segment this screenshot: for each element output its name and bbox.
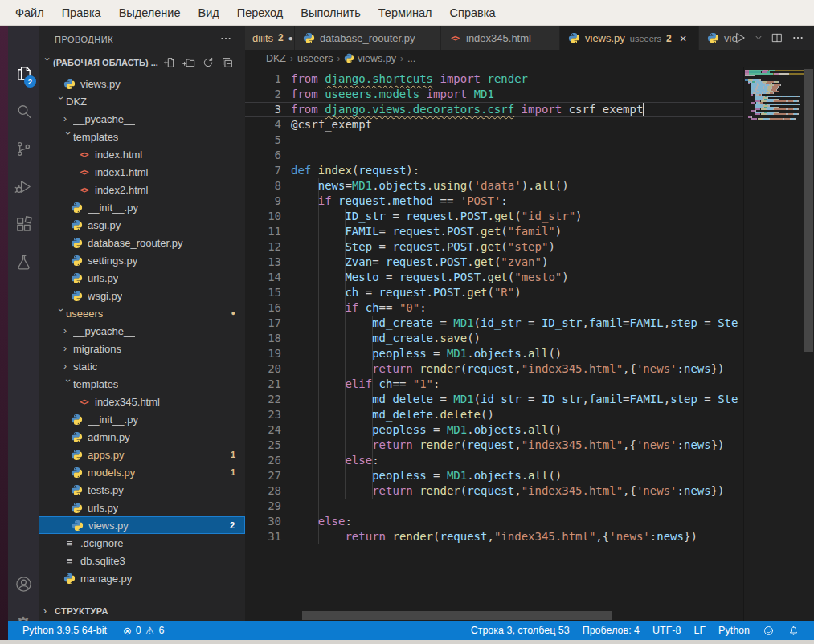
tab-diiits[interactable]: diiits2●: [245, 26, 295, 50]
tree-item-manage.py[interactable]: manage.py: [39, 569, 245, 587]
run-debug-icon[interactable]: [8, 168, 39, 205]
code-line[interactable]: def index(request):: [291, 163, 738, 178]
cursor-position-status[interactable]: Строка 3, столбец 53: [464, 625, 576, 636]
line-number[interactable]: 2: [245, 87, 281, 102]
tree-item-DKZ[interactable]: ›DKZ: [39, 92, 245, 110]
code-line[interactable]: md_create = MD1(id_str = ID_str,famil=FA…: [291, 316, 738, 331]
code-line[interactable]: from useeers.models import MD1: [291, 87, 738, 102]
tree-item-__init__.py[interactable]: __init__.py: [39, 198, 245, 216]
tree-item-index.html[interactable]: <>index.html: [39, 145, 245, 163]
code-line[interactable]: if request.method == 'POST':: [291, 194, 738, 209]
tree-item-tests.py[interactable]: tests.py: [39, 481, 245, 499]
line-number[interactable]: 16: [245, 300, 281, 316]
code-line[interactable]: from django.views.decorators.csrf import…: [291, 102, 738, 117]
explorer-icon[interactable]: 2: [8, 55, 39, 92]
code-line[interactable]: return render(request,"index345.html",{'…: [291, 529, 738, 544]
account-icon[interactable]: [8, 565, 39, 602]
tree-item-asgi.py[interactable]: asgi.py: [39, 216, 245, 234]
breadcrumb-item[interactable]: ...: [407, 53, 415, 64]
line-number[interactable]: 20: [245, 361, 281, 377]
tree-item-views.py[interactable]: views.py: [39, 75, 245, 92]
vertical-scrollbar[interactable]: [804, 69, 813, 352]
tree-item-settings.py[interactable]: settings.py: [39, 251, 245, 269]
line-number[interactable]: 29: [245, 499, 281, 514]
more-actions-button[interactable]: [792, 31, 804, 44]
tab-database_roouter.py[interactable]: database_roouter.py: [295, 26, 441, 50]
code-line[interactable]: ch = request.POST.get("R"): [291, 285, 738, 300]
code-line[interactable]: md_delete.delete(): [291, 407, 738, 422]
indentation-status[interactable]: Пробелов: 4: [576, 625, 646, 636]
tree-item-views.py[interactable]: views.py2: [39, 516, 245, 534]
menu-Выполнить[interactable]: Выполнить: [292, 0, 369, 26]
code-line[interactable]: Zvan= request.POST.get("zvan"): [291, 255, 738, 270]
line-number[interactable]: 17: [245, 316, 281, 331]
run-button[interactable]: [734, 31, 747, 44]
line-number[interactable]: 1: [245, 71, 281, 87]
code-line[interactable]: peopless = MD1.objects.all(): [291, 422, 738, 438]
line-number[interactable]: 8: [245, 178, 281, 194]
line-number[interactable]: 23: [245, 407, 281, 422]
code-line[interactable]: peopless = MD1.objects.all(): [291, 468, 738, 483]
encoding-status[interactable]: UTF-8: [646, 625, 687, 636]
refresh-icon[interactable]: [202, 56, 215, 69]
code-line[interactable]: return render(request,"index345.html",{'…: [291, 483, 738, 499]
line-number[interactable]: 22: [245, 392, 281, 407]
eol-status[interactable]: LF: [687, 625, 712, 636]
new-file-icon[interactable]: [163, 56, 176, 69]
tree-item-urls.py[interactable]: urls.py: [39, 269, 245, 287]
line-number-gutter[interactable]: 1234567891011121314151617181920212223242…: [245, 71, 281, 544]
line-number[interactable]: 21: [245, 377, 281, 392]
line-number[interactable]: 28: [245, 483, 281, 499]
tree-item-db.sqlite3[interactable]: ≡db.sqlite3: [39, 552, 245, 569]
breadcrumb-item[interactable]: useeers: [297, 53, 333, 64]
code-line[interactable]: ID_str = request.POST.get("id_str"): [291, 209, 738, 224]
menu-Вид[interactable]: Вид: [189, 0, 227, 26]
split-editor-button[interactable]: [771, 31, 783, 44]
tree-item-apps.py[interactable]: apps.py1: [39, 446, 245, 463]
explorer-more-icon[interactable]: [218, 31, 234, 47]
tree-item-models.py[interactable]: models.py1: [39, 463, 245, 481]
tree-item-useeers[interactable]: ›useeers●: [39, 304, 245, 322]
close-icon[interactable]: ×: [680, 31, 687, 45]
code-line[interactable]: from django.shortcuts import render: [291, 71, 738, 87]
tree-item-urls.py[interactable]: urls.py: [39, 499, 245, 516]
code-line[interactable]: return render(request,"index345.html",{'…: [291, 438, 738, 453]
tree-item-__pycache__[interactable]: ›__pycache__: [39, 322, 245, 340]
line-number[interactable]: 12: [245, 239, 281, 255]
menu-Терминал[interactable]: Терминал: [370, 0, 441, 26]
source-control-icon[interactable]: [8, 130, 39, 167]
code-line[interactable]: md_create.save(): [291, 331, 738, 346]
code-editor[interactable]: 1234567891011121314151617181920212223242…: [245, 67, 814, 621]
structure-section-header[interactable]: › СТРУКТУРА: [39, 601, 245, 621]
tab-views.py[interactable]: views.pyuseeers2×: [560, 26, 699, 50]
code-line[interactable]: md_delete = MD1(id_str = ID_str,famil=FA…: [291, 392, 738, 407]
code-line[interactable]: peopless = MD1.objects.all(): [291, 346, 738, 361]
menu-Переход[interactable]: Переход: [228, 0, 292, 26]
tree-item-database_roouter.py[interactable]: database_roouter.py: [39, 234, 245, 251]
extensions-icon[interactable]: [8, 206, 39, 243]
code-line[interactable]: [291, 132, 738, 148]
line-number[interactable]: 6: [245, 148, 281, 163]
python-interpreter-status[interactable]: Python 3.9.5 64-bit: [16, 625, 113, 636]
language-mode-status[interactable]: Python: [712, 625, 756, 636]
line-number[interactable]: 30: [245, 514, 281, 529]
minimap[interactable]: [745, 70, 804, 120]
line-number[interactable]: 25: [245, 438, 281, 453]
tree-item-admin.py[interactable]: admin.py: [39, 428, 245, 446]
line-number[interactable]: 3: [245, 102, 281, 117]
new-folder-icon[interactable]: [182, 56, 195, 69]
tree-item-.dcignore[interactable]: ≡.dcignore: [39, 534, 245, 552]
tree-item-__init__.py[interactable]: __init__.py: [39, 410, 245, 428]
code-line[interactable]: [291, 148, 738, 163]
tree-item-index345.html[interactable]: <>index345.html: [39, 393, 245, 410]
tree-item-__pycache__[interactable]: ›__pycache__: [39, 110, 245, 128]
line-number[interactable]: 13: [245, 255, 281, 270]
line-number[interactable]: 14: [245, 270, 281, 285]
line-number[interactable]: 31: [245, 529, 281, 544]
breadcrumb-item[interactable]: DKZ: [266, 53, 286, 64]
collapse-all-icon[interactable]: [221, 56, 234, 69]
tree-item-static[interactable]: ›static: [39, 357, 245, 375]
line-number[interactable]: 26: [245, 453, 281, 468]
line-number[interactable]: 18: [245, 331, 281, 346]
code-line[interactable]: else:: [291, 453, 738, 468]
